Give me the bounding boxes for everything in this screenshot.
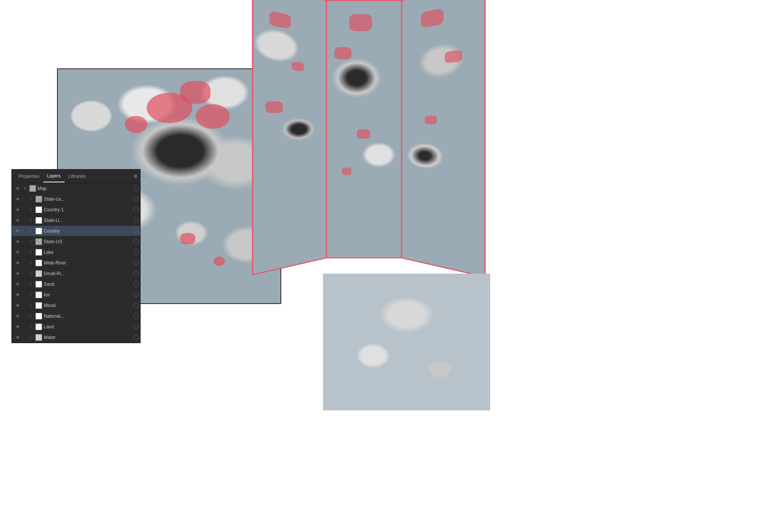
layer-row-lake[interactable]: 👁 › Lake xyxy=(12,247,140,258)
eye-icon-map[interactable]: 👁 xyxy=(13,186,22,191)
eye-icon-sand[interactable]: 👁 xyxy=(13,282,22,287)
eye-icon-wood[interactable]: 👁 xyxy=(13,303,22,308)
expand-icon-ice[interactable]: › xyxy=(28,293,34,297)
layer-row-sand[interactable]: 👁 › Sand xyxy=(12,279,140,290)
fold-panel-right xyxy=(401,0,486,278)
layer-name-state-ca: State-ca... xyxy=(44,196,132,202)
eye-icon-state-ca[interactable]: 👁 xyxy=(13,197,22,201)
layer-row-water[interactable]: 👁 › Water xyxy=(12,332,140,343)
eye-icon-national[interactable]: 👁 xyxy=(13,314,22,318)
layer-name-country: Country xyxy=(44,228,132,234)
layer-name-state-us: State-US xyxy=(44,239,132,244)
expand-icon-wide-river[interactable]: › xyxy=(28,261,34,265)
expand-icon-state-u[interactable]: › xyxy=(28,218,34,222)
layer-circle-land xyxy=(133,324,139,329)
thumb-water xyxy=(35,334,42,341)
layers-panel: Properties Layers Libraries ≡ 👁 ∨ Map 👁 … xyxy=(11,169,141,343)
expand-icon-country[interactable]: › xyxy=(28,229,34,233)
layer-circle-national xyxy=(133,314,139,319)
layer-name-map: Map xyxy=(38,186,132,191)
panel-tabs: Properties Layers Libraries ≡ xyxy=(12,169,140,183)
eye-icon-state-u[interactable]: 👁 xyxy=(13,218,22,223)
layer-name-land: Land xyxy=(44,324,132,329)
layer-circle-water xyxy=(133,335,139,340)
thumb-state-u xyxy=(35,217,42,224)
expand-icon-map[interactable]: ∨ xyxy=(22,186,28,190)
layer-circle-state-u xyxy=(133,218,139,223)
layer-name-water: Water xyxy=(44,335,132,340)
expand-icon-national[interactable]: › xyxy=(28,314,34,318)
layer-row-state-ca[interactable]: 👁 › State-ca... xyxy=(12,194,140,204)
thumb-sand xyxy=(35,281,42,288)
expand-icon-sand[interactable]: › xyxy=(28,282,34,286)
layer-circle-wood xyxy=(133,303,139,308)
fold-panel-left xyxy=(252,0,327,276)
layer-circle-country-1 xyxy=(133,207,139,212)
layer-circle-state-us xyxy=(133,239,139,244)
layer-circle-sand xyxy=(133,282,139,287)
layer-row-map[interactable]: 👁 ∨ Map xyxy=(12,183,140,194)
layer-name-small-ri: Small-Ri... xyxy=(44,271,132,276)
layer-row-state-u[interactable]: 👁 › State-U... xyxy=(12,215,140,226)
layer-name-wide-river: Wide-River xyxy=(44,260,132,266)
layer-circle-lake xyxy=(133,250,139,255)
tab-properties[interactable]: Properties xyxy=(15,171,43,182)
layer-name-sand: Sand xyxy=(44,282,132,287)
thumb-national xyxy=(35,313,42,320)
layer-circle-map xyxy=(133,186,139,191)
expand-icon-lake[interactable]: › xyxy=(28,250,34,254)
layer-circle-wide-river xyxy=(133,260,139,266)
layer-circle-small-ri xyxy=(133,271,139,276)
thumb-map xyxy=(29,185,36,192)
fold-panel-center xyxy=(326,0,402,258)
expand-icon-state-us[interactable]: › xyxy=(28,239,34,244)
layer-circle-ice xyxy=(133,292,139,298)
layer-row-country[interactable]: 👁 › Country xyxy=(12,226,140,236)
layer-row-small-ri[interactable]: 👁 › Small-Ri... xyxy=(12,268,140,279)
layer-row-wood[interactable]: 👁 › Wood xyxy=(12,300,140,311)
expand-icon-country-1[interactable]: › xyxy=(28,207,34,212)
map-bottom-right xyxy=(323,274,490,410)
eye-icon-small-ri[interactable]: 👁 xyxy=(13,271,22,276)
layer-row-country-1[interactable]: 👁 › Country-1 xyxy=(12,204,140,215)
thumb-ice xyxy=(35,291,42,298)
layer-name-national: National... xyxy=(44,314,132,319)
thumb-state-ca xyxy=(35,196,42,203)
eye-icon-lake[interactable]: 👁 xyxy=(13,250,22,255)
folded-map xyxy=(258,0,494,258)
thumb-wood xyxy=(35,302,42,309)
thumb-state-us xyxy=(35,238,42,245)
thumb-lake xyxy=(35,249,42,256)
tab-libraries[interactable]: Libraries xyxy=(65,171,90,182)
layer-row-ice[interactable]: 👁 › Ice xyxy=(12,290,140,300)
panel-menu-icon[interactable]: ≡ xyxy=(134,173,137,180)
layer-row-wide-river[interactable]: 👁 › Wide-River xyxy=(12,258,140,268)
thumb-land xyxy=(35,323,42,330)
eye-icon-water[interactable]: 👁 xyxy=(13,335,22,340)
expand-icon-water[interactable]: › xyxy=(28,335,34,339)
layer-name-ice: Ice xyxy=(44,292,132,298)
eye-icon-wide-river[interactable]: 👁 xyxy=(13,261,22,265)
eye-icon-country[interactable]: 👁 xyxy=(13,229,22,233)
expand-icon-land[interactable]: › xyxy=(28,325,34,329)
tab-layers[interactable]: Layers xyxy=(43,170,65,182)
expand-icon-small-ri[interactable]: › xyxy=(28,271,34,276)
eye-icon-ice[interactable]: 👁 xyxy=(13,293,22,297)
thumb-country xyxy=(35,228,42,234)
thumb-wide-river xyxy=(35,260,42,266)
layer-row-national[interactable]: 👁 › National... xyxy=(12,311,140,321)
layer-circle-state-ca xyxy=(133,196,139,202)
layer-circle-country xyxy=(133,228,139,234)
layer-row-land[interactable]: 👁 › Land xyxy=(12,321,140,332)
eye-icon-country-1[interactable]: 👁 xyxy=(13,207,22,212)
layer-name-country-1: Country-1 xyxy=(44,207,132,212)
layer-name-state-u: State-U... xyxy=(44,218,132,223)
layer-name-lake: Lake xyxy=(44,250,132,255)
layer-row-state-us[interactable]: 👁 › State-US xyxy=(12,236,140,247)
eye-icon-land[interactable]: 👁 xyxy=(13,325,22,329)
thumb-small-ri xyxy=(35,270,42,277)
expand-icon-state-ca[interactable]: › xyxy=(28,197,34,201)
eye-icon-state-us[interactable]: 👁 xyxy=(13,239,22,244)
expand-icon-wood[interactable]: › xyxy=(28,303,34,307)
thumb-country-1 xyxy=(35,206,42,213)
